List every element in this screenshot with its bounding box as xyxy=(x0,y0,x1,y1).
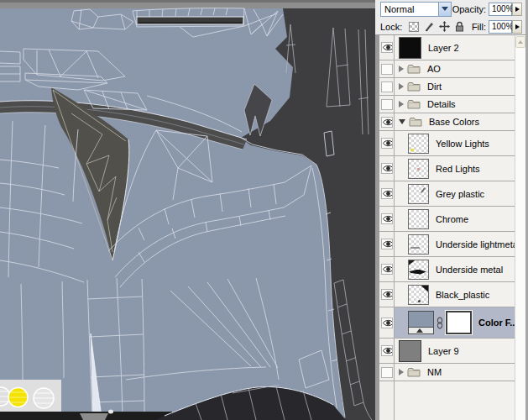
layer-thumbnail[interactable] xyxy=(408,285,429,305)
layer-row-content[interactable]: Details xyxy=(395,96,515,113)
layer-row-content[interactable]: Underside lightmetal xyxy=(395,232,515,256)
scroll-up-button[interactable] xyxy=(515,36,525,48)
layer-row[interactable]: Grey plastic xyxy=(379,181,515,207)
layer-row-content[interactable]: Layer 9 xyxy=(395,339,515,363)
eye-well xyxy=(381,138,393,149)
empty-area xyxy=(395,381,515,420)
layer-row[interactable]: Black_plastic xyxy=(379,282,515,307)
visibility-toggle[interactable] xyxy=(379,35,395,60)
layer-thumbnail[interactable] xyxy=(408,184,429,204)
layers-scrollbar[interactable] xyxy=(515,35,525,420)
layer-row-content[interactable]: Base Colors xyxy=(395,113,515,130)
layer-thumbnail[interactable] xyxy=(408,134,429,154)
layer-row[interactable]: Red Lights xyxy=(379,156,515,181)
visibility-toggle[interactable] xyxy=(379,282,395,307)
layer-row-content[interactable]: Chrome xyxy=(395,207,515,231)
expand-triangle-icon[interactable] xyxy=(399,83,404,90)
layer-row[interactable]: Base Colors xyxy=(379,113,515,131)
layer-row-content[interactable]: Yellow Lights xyxy=(395,131,515,155)
blend-mode-select[interactable]: Normal xyxy=(380,2,452,17)
chevron-down-icon xyxy=(442,7,448,11)
opacity-label: Opacity: xyxy=(452,4,486,14)
expand-triangle-icon[interactable] xyxy=(399,66,404,72)
layer-row-content[interactable]: Red Lights xyxy=(395,156,515,181)
layer-thumbnail[interactable] xyxy=(408,234,429,255)
layer-row[interactable]: Dirt xyxy=(379,78,515,96)
fill-layer-thumbnail[interactable] xyxy=(408,311,434,334)
lock-buttons xyxy=(408,21,465,32)
layer-row-content[interactable]: Color F... xyxy=(395,307,515,338)
visibility-toggle[interactable] xyxy=(379,232,395,256)
visibility-toggle[interactable] xyxy=(379,207,395,231)
visibility-toggle[interactable] xyxy=(379,60,395,77)
visibility-toggle[interactable] xyxy=(379,78,395,95)
layer-row-content[interactable]: Grey plastic xyxy=(395,181,515,206)
layer-row[interactable]: Underside metal xyxy=(379,257,515,282)
eye-well xyxy=(381,345,393,356)
layer-row-content[interactable]: NM xyxy=(395,364,515,381)
layer-name: Red Lights xyxy=(436,164,480,174)
layer-thumbnail[interactable] xyxy=(399,340,421,362)
eye-well xyxy=(381,117,393,128)
expand-triangle-icon[interactable] xyxy=(399,101,404,108)
layer-thumbnail[interactable] xyxy=(408,209,429,229)
layer-thumbnail[interactable] xyxy=(408,159,429,179)
layer-row[interactable]: AO xyxy=(379,60,515,78)
visibility-toggle[interactable] xyxy=(379,131,395,155)
layer-row-content[interactable]: Underside metal xyxy=(395,257,515,281)
layer-row-content[interactable]: AO xyxy=(395,60,515,77)
layer-row-content[interactable]: Layer 2 xyxy=(395,35,515,60)
fill-input[interactable]: 100% xyxy=(489,20,512,34)
lock-all-button[interactable] xyxy=(453,21,465,32)
layers-panel-header: Normal Opacity: 100% Lock: xyxy=(375,0,525,35)
thumbnail-content xyxy=(409,134,428,153)
folder-icon xyxy=(407,367,421,377)
layer-thumbnail[interactable] xyxy=(408,260,429,280)
visibility-toggle[interactable] xyxy=(379,307,395,338)
layer-row[interactable]: Chrome xyxy=(379,207,515,232)
headlight-swatch-panel xyxy=(0,380,61,412)
visibility-toggle[interactable] xyxy=(379,113,395,130)
opacity-input[interactable]: 100% xyxy=(489,3,512,16)
document-canvas[interactable] xyxy=(0,0,375,420)
layer-row[interactable]: Yellow Lights xyxy=(379,131,515,156)
eye-well xyxy=(381,163,393,174)
expand-triangle-icon[interactable] xyxy=(399,369,404,375)
lock-transparency-button[interactable] xyxy=(408,21,420,32)
folder-icon xyxy=(409,117,422,127)
mask-thumbnail[interactable] xyxy=(446,311,472,334)
visibility-toggle[interactable] xyxy=(379,339,395,363)
folder-icon xyxy=(407,64,421,74)
eye-icon xyxy=(382,346,392,355)
layer-thumbnail[interactable] xyxy=(399,37,421,59)
layer-row[interactable]: NM xyxy=(379,364,515,381)
layer-name: Details xyxy=(427,99,456,109)
lock-paint-button[interactable] xyxy=(423,21,435,32)
opacity-spinner-button[interactable] xyxy=(512,3,522,16)
folder-icon xyxy=(407,99,421,109)
layer-row-content[interactable]: Dirt xyxy=(395,78,515,95)
eye-icon xyxy=(382,239,392,249)
link-icon xyxy=(437,317,443,329)
fill-spinner-button[interactable] xyxy=(512,20,522,34)
grille-bar xyxy=(137,17,243,24)
visibility-toggle[interactable] xyxy=(379,181,395,206)
layer-row[interactable]: Layer 9 xyxy=(379,339,515,364)
visibility-toggle[interactable] xyxy=(379,156,395,181)
layer-row[interactable]: Underside lightmetal xyxy=(379,232,515,257)
layer-row[interactable]: Details xyxy=(379,96,515,113)
lock-position-button[interactable] xyxy=(438,21,450,32)
layer-row[interactable]: Color F... xyxy=(379,307,515,339)
expand-triangle-icon[interactable] xyxy=(399,119,405,124)
layer-list: Layer 2AODirtDetailsBase ColorsYellow Li… xyxy=(379,35,515,420)
visibility-toggle[interactable] xyxy=(379,364,395,381)
layer-row-content[interactable]: Black_plastic xyxy=(395,282,515,307)
layer-row[interactable]: Layer 2 xyxy=(379,35,515,60)
blend-mode-dropdown-button[interactable] xyxy=(438,3,451,16)
layer-name: Grey plastic xyxy=(436,189,484,199)
layer-name: Color F... xyxy=(478,318,515,328)
visibility-toggle[interactable] xyxy=(379,96,395,113)
layer-name: Dirt xyxy=(427,81,442,92)
eye-icon xyxy=(382,214,392,223)
visibility-toggle[interactable] xyxy=(379,257,395,281)
